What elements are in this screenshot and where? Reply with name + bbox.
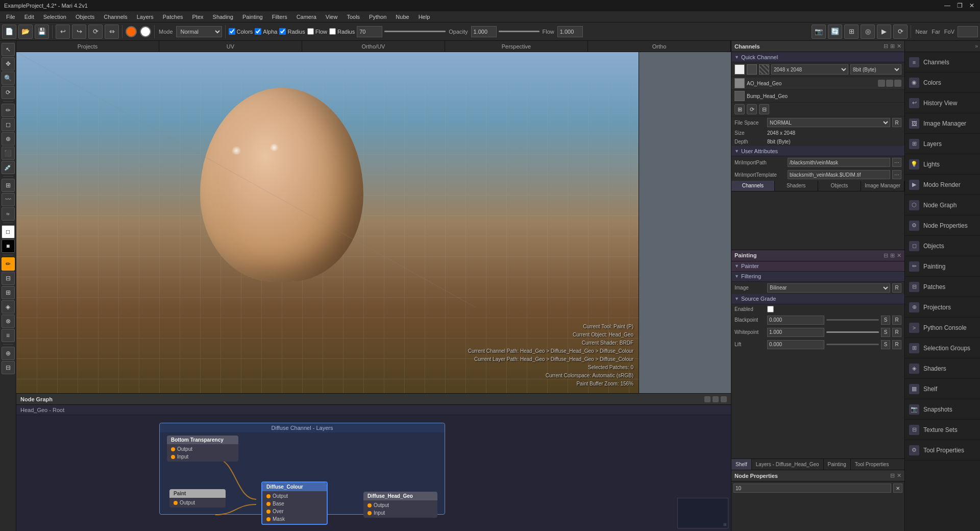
filtering-header[interactable]: ▼ Filtering <box>731 272 904 282</box>
tool-misc4[interactable]: ⊗ <box>2 315 15 328</box>
sidebar-item-painting[interactable]: ✏ Painting <box>905 256 980 277</box>
opacity-input[interactable] <box>471 26 497 37</box>
mri-path-btn[interactable]: ⋯ <box>892 158 901 167</box>
node-bottom-transparency[interactable]: Bottom Transparency Output Input <box>167 436 238 462</box>
menu-layers[interactable]: Layers <box>133 13 158 21</box>
opacity-slider[interactable] <box>384 31 446 32</box>
menu-python[interactable]: Python <box>365 13 390 21</box>
menu-edit[interactable]: Edit <box>20 13 38 21</box>
tool-smear[interactable]: 〰 <box>2 193 15 206</box>
rotate-btn[interactable]: ⟳ <box>88 25 103 39</box>
port-dot-dc-mask[interactable] <box>266 517 271 521</box>
sidebar-item-node-graph[interactable]: ⬡ Node Graph <box>905 195 980 215</box>
tab-projects[interactable]: Projects <box>16 41 159 52</box>
ch-action1[interactable]: ⊞ <box>734 104 745 114</box>
menu-view[interactable]: View <box>322 13 342 21</box>
flip-btn[interactable]: ⇔ <box>105 25 119 39</box>
tab-painting[interactable]: Painting <box>824 459 851 470</box>
node-diffuse-colour[interactable]: Diffuse_Colour Output Base Over <box>261 481 328 525</box>
mri-template-input[interactable] <box>788 170 890 179</box>
quick-channel-header[interactable]: ▼ Quick Channel <box>731 52 904 62</box>
mri-path-input[interactable] <box>788 158 890 167</box>
lift-r-btn[interactable]: R <box>892 340 901 349</box>
np-btn2[interactable]: ✕ <box>897 472 901 479</box>
ch-ao-btn3[interactable] <box>894 80 901 87</box>
tool-pan[interactable]: ✥ <box>2 57 15 70</box>
tool-fill[interactable]: ⬛ <box>2 147 15 160</box>
color-indicator2[interactable] <box>140 26 151 37</box>
tool-zoom[interactable]: 🔍 <box>2 71 15 85</box>
tab-uv[interactable]: UV <box>159 41 302 52</box>
tool-black[interactable]: ■ <box>2 239 15 253</box>
port-dot-dhg-out[interactable] <box>368 503 372 508</box>
tool-misc2[interactable]: ⊞ <box>2 286 15 299</box>
whitepoint-r-btn[interactable]: R <box>892 328 901 337</box>
image-btn[interactable]: R <box>892 283 901 293</box>
menu-objects[interactable]: Objects <box>71 13 99 21</box>
whitepoint-slider[interactable] <box>826 331 879 333</box>
tab-shelf[interactable]: Shelf <box>731 459 752 470</box>
node-graph-canvas[interactable]: Diffuse Channel - Layers Bottom Transpar… <box>16 415 731 531</box>
fov-input[interactable] <box>958 26 978 37</box>
port-dot-dc-out[interactable] <box>266 494 271 498</box>
menu-selection[interactable]: Selection <box>39 13 70 21</box>
blackpoint-r-btn[interactable]: R <box>892 316 901 325</box>
menu-patches[interactable]: Patches <box>159 13 187 21</box>
sidebar-item-image-manager[interactable]: 🖼 Image Manager <box>905 113 980 134</box>
np-close-btn[interactable]: ✕ <box>893 484 902 493</box>
mode-select[interactable]: Normal <box>176 26 222 37</box>
ch-thumb-white[interactable] <box>734 64 745 75</box>
sidebar-item-colors[interactable]: ◉ Colors <box>905 73 980 93</box>
port-dot-dc-over[interactable] <box>266 510 271 514</box>
port-dot-bt-in[interactable] <box>171 455 175 459</box>
camera3-btn[interactable]: ⊞ <box>844 25 859 39</box>
viewport-main[interactable]: Current Tool: Paint (P) Current Object: … <box>16 52 639 393</box>
port-dot-dhg-in[interactable] <box>368 511 372 515</box>
redo-btn[interactable]: ↪ <box>72 25 86 39</box>
save-btn[interactable]: 💾 <box>35 25 49 39</box>
tab-objects[interactable]: Objects <box>818 181 862 191</box>
tool-misc6[interactable]: ⊕ <box>2 347 15 360</box>
whitepoint-s-btn[interactable]: S <box>881 328 890 337</box>
sidebar-item-projectors[interactable]: ⊕ Projectors <box>905 297 980 318</box>
paint-btn3[interactable]: ✕ <box>897 252 901 259</box>
tool-picker[interactable]: 💉 <box>2 161 15 174</box>
ch-action3[interactable]: ⊟ <box>759 104 769 114</box>
menu-ptex[interactable]: Ptex <box>188 13 208 21</box>
tab-image-manager[interactable]: Image Manager <box>861 181 904 191</box>
camera4-btn[interactable]: ◎ <box>861 25 875 39</box>
channels-btn2[interactable]: ⊞ <box>890 43 895 50</box>
lift-slider[interactable] <box>826 344 879 345</box>
sidebar-collapse[interactable]: » <box>905 41 980 52</box>
tab-channels[interactable]: Channels <box>731 181 775 191</box>
radius2-checkbox[interactable]: Radius <box>329 28 355 35</box>
play-btn[interactable]: ▶ <box>877 25 891 39</box>
node-graph-btn2[interactable] <box>713 396 719 402</box>
sidebar-item-shelf[interactable]: ▦ Shelf <box>905 379 980 399</box>
port-dot-paint-out[interactable] <box>174 501 178 505</box>
open-btn[interactable]: 📂 <box>18 25 33 39</box>
image-select[interactable]: Bilinear <box>767 283 890 293</box>
alpha-checkbox[interactable]: Alpha <box>255 28 277 35</box>
tool-white[interactable]: □ <box>2 225 15 238</box>
tool-eraser[interactable]: ◻ <box>2 118 15 131</box>
channel-row-ao[interactable]: AO_Head_Geo <box>731 77 904 90</box>
paint-btn2[interactable]: ⊞ <box>890 252 895 259</box>
menu-camera[interactable]: Camera <box>292 13 321 21</box>
sidebar-item-objects[interactable]: ◻ Objects <box>905 236 980 256</box>
menu-help[interactable]: Help <box>414 13 434 21</box>
np-btn1[interactable]: ⊟ <box>890 472 895 479</box>
tab-shaders[interactable]: Shaders <box>775 181 818 191</box>
ch-ao-btn2[interactable] <box>886 80 893 87</box>
sidebar-item-modo-render[interactable]: ▶ Modo Render <box>905 175 980 195</box>
sidebar-item-snapshots[interactable]: 📷 Snapshots <box>905 399 980 420</box>
menu-filters[interactable]: Filters <box>268 13 291 21</box>
sidebar-item-texture-sets[interactable]: ⊟ Texture Sets <box>905 420 980 440</box>
file-space-btn[interactable]: R <box>892 118 901 127</box>
blackpoint-input[interactable] <box>767 316 824 325</box>
tool-rotate[interactable]: ⟳ <box>2 86 15 99</box>
whitepoint-input[interactable] <box>767 328 824 337</box>
maximize-btn[interactable]: ❐ <box>955 2 964 9</box>
menu-nube[interactable]: Nube <box>391 13 413 21</box>
tool-brush[interactable]: ✏ <box>2 104 15 117</box>
